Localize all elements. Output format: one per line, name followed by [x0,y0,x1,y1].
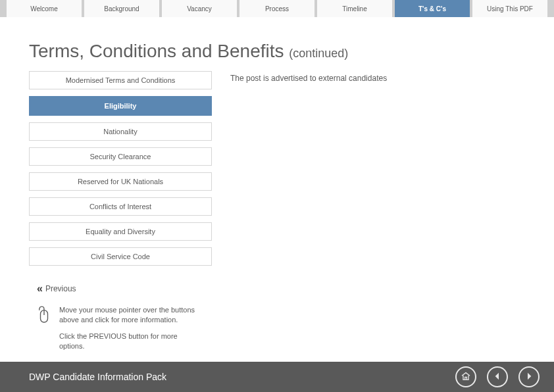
page-title: Terms, Conditions and Benefits (continue… [29,41,554,62]
sidebar-item-nationality[interactable]: Nationality [29,122,212,141]
arrow-right-icon [524,371,534,383]
sidebar-item-civil-service[interactable]: Civil Service Code [29,247,212,266]
content-row: Modernised Terms and Conditions Eligibil… [0,71,554,272]
footer-home-button[interactable] [455,366,476,387]
home-icon [461,371,471,383]
nav-tab-using-pdf[interactable]: Using This PDF [472,0,547,17]
footer-prev-button[interactable] [487,366,508,387]
sidebar: Modernised Terms and Conditions Eligibil… [29,71,212,272]
mouse-pointer-icon [37,305,51,328]
top-nav: Welcome Background Vacancy Process Timel… [0,0,554,17]
help-line-1: Move your mouse pointer over the buttons… [59,305,201,325]
previous-label: Previous [45,284,76,293]
footer-bar: DWP Candidate Information Pack [0,362,554,392]
nav-tab-tcs[interactable]: T's & C's [395,0,470,17]
nav-tab-background[interactable]: Background [84,0,159,17]
sidebar-item-modernised-tc[interactable]: Modernised Terms and Conditions [29,71,212,89]
footer-title: DWP Candidate Information Pack [29,372,166,382]
help-block: Move your mouse pointer over the buttons… [37,305,201,351]
sidebar-item-reserved-uk[interactable]: Reserved for UK Nationals [29,172,212,191]
page-title-main: Terms, Conditions and Benefits [29,41,289,61]
main-body-text: The post is advertised to external candi… [230,74,387,83]
help-line-2: Click the PREVIOUS button for more optio… [59,331,201,351]
footer-next-button[interactable] [518,366,540,387]
sidebar-section-eligibility: Eligibility [29,96,212,116]
nav-tab-process[interactable]: Process [239,0,315,17]
chevron-left-icon: « [37,283,40,295]
footer-nav [455,366,540,387]
sidebar-item-conflicts[interactable]: Conflicts of Interest [29,197,212,216]
nav-tab-welcome[interactable]: Welcome [7,0,82,17]
arrow-left-icon [492,371,503,383]
nav-tab-timeline[interactable]: Timeline [317,0,392,17]
help-text: Move your mouse pointer over the buttons… [59,305,201,351]
sidebar-item-equality[interactable]: Equality and Diversity [29,222,212,241]
sidebar-item-security-clearance[interactable]: Security Clearance [29,147,212,166]
nav-tab-vacancy[interactable]: Vacancy [162,0,237,17]
previous-button[interactable]: « Previous [37,283,554,295]
page-title-continued: (continued) [289,47,348,60]
